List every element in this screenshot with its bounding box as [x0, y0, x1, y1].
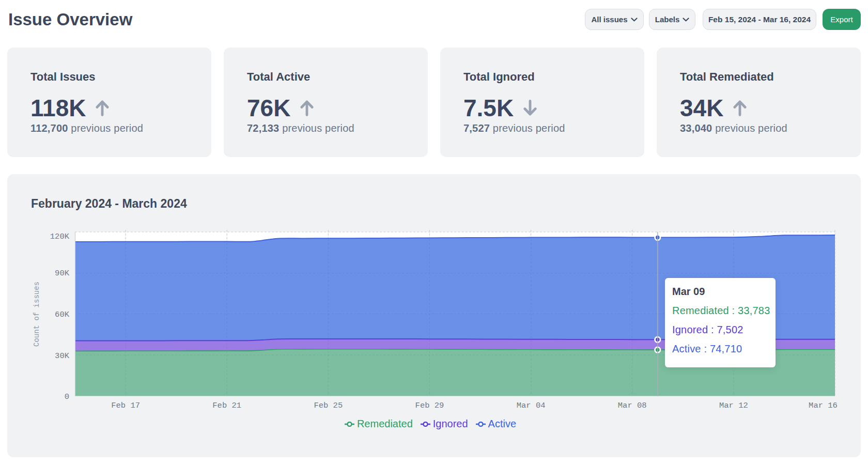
svg-text:0: 0: [65, 392, 69, 401]
svg-text:Feb 25: Feb 25: [314, 401, 343, 410]
svg-text:30K: 30K: [55, 351, 70, 361]
svg-text:Feb 17: Feb 17: [111, 401, 140, 410]
svg-text:Feb 21: Feb 21: [212, 401, 241, 410]
svg-text:Mar 04: Mar 04: [517, 401, 546, 410]
svg-text:60K: 60K: [55, 310, 70, 319]
svg-text:90K: 90K: [55, 269, 70, 278]
svg-text:Count of issues: Count of issues: [33, 282, 41, 347]
svg-text:Feb 29: Feb 29: [415, 401, 444, 410]
svg-text:Mar 08: Mar 08: [618, 401, 647, 410]
svg-text:120K: 120K: [50, 232, 70, 241]
svg-text:Mar 16: Mar 16: [809, 401, 838, 410]
svg-text:Mar 12: Mar 12: [719, 401, 748, 410]
